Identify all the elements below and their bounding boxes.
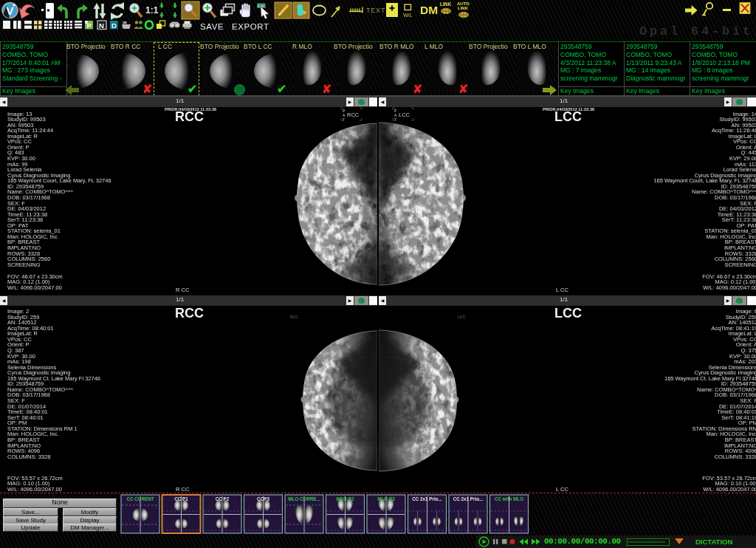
svg-text:T: T <box>343 117 345 122</box>
svg-text:LCC: LCC <box>399 112 410 118</box>
svg-text:RCC: RCC <box>347 112 360 118</box>
svg-text:LCC: LCC <box>458 315 465 319</box>
svg-text:T: T <box>394 117 396 122</box>
svg-text:RCC: RCC <box>290 315 298 319</box>
